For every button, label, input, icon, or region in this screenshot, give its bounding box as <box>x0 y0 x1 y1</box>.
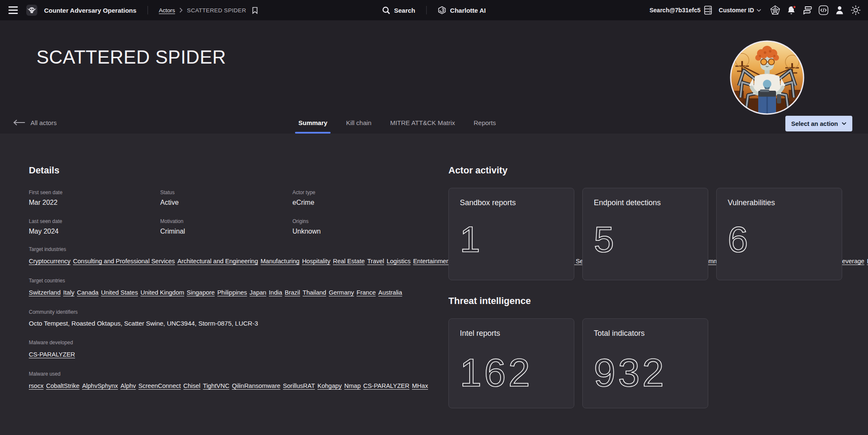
global-search-button[interactable]: Search <box>382 6 415 14</box>
bookmark-icon[interactable] <box>250 6 260 15</box>
select-an-action-button[interactable]: Select an action <box>785 116 852 131</box>
card-value: 162 <box>460 353 563 392</box>
community-identifiers-section: Community identifiers Octo Tempest, Roas… <box>29 309 423 329</box>
actor-avatar <box>729 40 805 115</box>
country-link[interactable]: United Kingdom <box>140 289 184 296</box>
field-label: Origins <box>292 218 423 224</box>
tab-summary[interactable]: Summary <box>289 112 337 134</box>
field-status: Status Active <box>160 190 292 206</box>
field-value: Criminal <box>160 228 292 235</box>
target-industries-links: CryptocurrencyConsulting and Professiona… <box>29 256 423 267</box>
tab-kill-chain[interactable]: Kill chain <box>337 112 381 134</box>
customer-id-label: Customer ID <box>719 7 754 14</box>
section-label: Malware used <box>29 371 423 377</box>
feedback-icon[interactable] <box>801 4 814 17</box>
malware-link[interactable]: TightVNC <box>203 382 229 389</box>
country-link[interactable]: Canada <box>77 289 99 296</box>
chevron-down-icon <box>842 122 846 125</box>
industry-link[interactable]: Travel <box>367 258 384 265</box>
menu-icon[interactable] <box>7 4 19 17</box>
field-value: Unknown <box>292 228 423 235</box>
total-indicators-card[interactable]: Total indicators 932 <box>582 318 708 408</box>
field-label: Last seen date <box>29 218 160 224</box>
falcon-logo-icon[interactable] <box>25 4 38 17</box>
topbar-divider <box>147 6 148 14</box>
tab-reports[interactable]: Reports <box>464 112 505 134</box>
industry-link[interactable]: Hospitality <box>302 258 331 265</box>
target-industries-section: Target industries CryptocurrencyConsulti… <box>29 246 423 267</box>
country-link[interactable]: Australia <box>378 289 402 296</box>
country-link[interactable]: United States <box>101 289 138 296</box>
card-label: Endpoint detections <box>594 198 697 207</box>
industry-link[interactable]: Entertainment <box>413 258 451 265</box>
breadcrumb-current: SCATTERED SPIDER <box>187 7 246 14</box>
field-value: May 2024 <box>29 228 160 235</box>
industry-link[interactable]: Real Estate <box>333 258 365 265</box>
actor-activity-cards: Sandbox reports 1 Endpoint detections 5 … <box>448 188 845 280</box>
breadcrumb-actors-link[interactable]: Actors <box>159 7 175 14</box>
metrics-panel: Actor activity Sandbox reports 1 Endpoin… <box>448 165 845 408</box>
notification-dot <box>793 5 796 9</box>
theme-sun-icon[interactable] <box>849 4 862 17</box>
charlotte-ai-icon <box>438 6 446 14</box>
country-link[interactable]: Philippines <box>217 289 247 296</box>
industry-link[interactable]: Cryptocurrency <box>29 258 70 265</box>
country-link[interactable]: Italy <box>63 289 75 296</box>
country-link[interactable]: Brazil <box>285 289 300 296</box>
malware-link[interactable]: ScreenConnect <box>139 382 181 389</box>
breadcrumb-chevron-icon <box>179 8 183 13</box>
card-label: Total indicators <box>594 329 697 338</box>
malware-link[interactable]: Nmap <box>344 382 361 389</box>
malware-link[interactable]: CS-PARALYZER <box>29 351 75 358</box>
malware-link[interactable]: Chisel <box>184 382 200 389</box>
malware-link[interactable]: CS-PARALYZER <box>363 382 409 389</box>
breadcrumb: Actors SCATTERED SPIDER <box>159 6 260 15</box>
industry-link[interactable]: Logistics <box>387 258 410 265</box>
vulnerabilities-card[interactable]: Vulnerabilities 6 <box>716 188 842 280</box>
app-title: Counter Adversary Operations <box>44 7 136 14</box>
country-link[interactable]: India <box>269 289 282 296</box>
country-link[interactable]: Thailand <box>303 289 326 296</box>
endpoint-detections-card[interactable]: Endpoint detections 5 <box>582 188 708 280</box>
notifications-bell-icon[interactable] <box>785 4 798 17</box>
country-link[interactable]: Japan <box>250 289 267 296</box>
malware-link[interactable]: rsocx <box>29 382 44 389</box>
threat-web-icon[interactable] <box>769 4 782 17</box>
tab-bar: All actors Summary Kill chain MITRE ATT&… <box>0 112 868 134</box>
charlotte-ai-button[interactable]: Charlotte AI <box>438 6 486 14</box>
target-countries-links: SwitzerlandItalyCanadaUnited StatesUnite… <box>29 287 423 298</box>
country-link[interactable]: Singapore <box>187 289 215 296</box>
malware-link[interactable]: QilinRansomware <box>232 382 280 389</box>
field-motivation: Motivation Criminal <box>160 218 292 235</box>
api-code-icon[interactable] <box>817 4 830 17</box>
malware-link[interactable]: MHax <box>412 382 428 389</box>
details-panel: Details First seen date Mar 2022 Status … <box>29 165 423 391</box>
sandbox-reports-card[interactable]: Sandbox reports 1 <box>448 188 574 280</box>
user-icon[interactable] <box>833 4 846 17</box>
malware-link[interactable]: AlphvSphynx <box>82 382 118 389</box>
intel-reports-card[interactable]: Intel reports 162 <box>448 318 574 408</box>
field-origins: Origins Unknown <box>292 218 423 235</box>
tab-mitre-attck-matrix[interactable]: MITRE ATT&CK Matrix <box>381 112 464 134</box>
section-label: Community identifiers <box>29 309 423 315</box>
industry-link[interactable]: Architectural and Engineering <box>178 258 258 265</box>
malware-link[interactable]: Alphv <box>120 382 136 389</box>
malware-link[interactable]: SorillusRAT <box>283 382 315 389</box>
charlotte-ai-label: Charlotte AI <box>450 7 486 14</box>
country-link[interactable]: Switzerland <box>29 289 61 296</box>
search-label: Search <box>394 7 415 14</box>
section-label: Target countries <box>29 278 423 284</box>
industry-link[interactable]: Manufacturing <box>261 258 300 265</box>
country-link[interactable]: France <box>356 289 376 296</box>
page: Counter Adversary Operations Actors SCAT… <box>0 0 868 435</box>
industry-link[interactable]: Consulting and Professional Services <box>73 258 175 265</box>
malware-link[interactable]: CobaltStrike <box>46 382 80 389</box>
field-actor-type: Actor type eCrime <box>292 190 423 206</box>
host-search-button[interactable]: Search@7b31efc5 <box>649 6 712 15</box>
back-to-all-actors[interactable]: All actors <box>13 119 57 126</box>
customer-id-dropdown[interactable]: Customer ID <box>719 7 761 14</box>
malware-link[interactable]: Kohgapy <box>317 382 342 389</box>
community-identifiers-value: Octo Tempest, Roasted Oktapus, Scatter S… <box>29 318 423 329</box>
country-link[interactable]: Germany <box>329 289 354 296</box>
field-label: Actor type <box>292 190 423 195</box>
